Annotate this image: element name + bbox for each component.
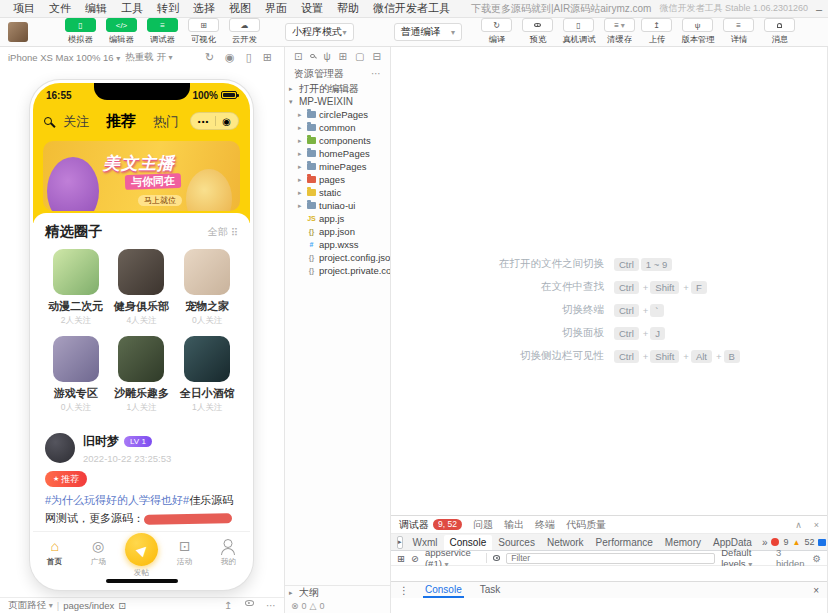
tree-item[interactable]: ▸ minePages — [285, 160, 390, 173]
eye-icon[interactable] — [245, 600, 255, 606]
console-sidebar-icon[interactable]: ⊞ — [397, 553, 405, 564]
tabbar-item[interactable]: ⌂ 首页 — [33, 537, 76, 568]
user-avatar[interactable] — [8, 22, 28, 42]
tree-item[interactable]: ▸ homePages — [285, 147, 390, 160]
extensions-icon[interactable]: ⊟ — [373, 51, 381, 62]
mode-toggle-button[interactable]: ⊞ 可视化 — [185, 18, 222, 46]
gear-icon[interactable]: ⚙ — [812, 553, 821, 564]
toolbar-right-button[interactable]: ψ 版本管理 — [679, 18, 716, 46]
multi-window-icon[interactable]: ⊞ — [263, 51, 272, 64]
toolbar-action-button[interactable]: ▯ 真机调试 — [560, 18, 597, 46]
tree-item[interactable]: ▸ static — [285, 186, 390, 199]
eye-icon[interactable] — [493, 555, 500, 561]
copy-icon[interactable]: ⊡ — [118, 600, 126, 611]
promo-banner[interactable]: 美文主播 与你同在 马上就位 — [43, 141, 240, 211]
phone-frame-icon[interactable]: ▯ — [246, 51, 252, 64]
error-dot-icon[interactable] — [771, 538, 779, 546]
devtools-tab[interactable]: Memory — [659, 535, 707, 550]
tree-item[interactable]: ▸ common — [285, 121, 390, 134]
nav-tab[interactable]: 推荐 — [106, 112, 136, 131]
more-icon[interactable]: ••• — [198, 117, 209, 126]
circle-card[interactable]: 沙雕乐趣多 1人关注 — [109, 336, 175, 414]
tab-overflow-icon[interactable]: » — [758, 537, 772, 548]
post-author[interactable]: 旧时梦 — [83, 433, 119, 450]
menu-item[interactable]: 转到 — [150, 1, 186, 16]
menu-item[interactable]: 编辑 — [78, 1, 114, 16]
tabbar-item[interactable]: ▶ 发帖 — [120, 537, 163, 579]
toolbar-right-button[interactable]: 消息 — [761, 18, 798, 46]
problems-row[interactable]: ⊗ 0 △ 0 — [285, 599, 390, 613]
post-hashtag[interactable]: #为什么玩得好的人学得也好# — [45, 494, 189, 506]
console-filter-input[interactable] — [506, 553, 715, 564]
debugger-tab[interactable]: 调试器 9, 52 — [399, 518, 462, 532]
tabbar-item[interactable]: ◎ 广场 — [76, 537, 119, 568]
circle-card[interactable]: 健身俱乐部 4人关注 — [109, 249, 175, 327]
refresh-icon[interactable]: ↻ — [205, 51, 214, 64]
mode-toggle-button[interactable]: </> 编辑器 — [103, 18, 140, 46]
miniapp-capsule[interactable]: ••• ◉ — [190, 112, 239, 130]
drawer-tab[interactable]: Task — [478, 582, 503, 598]
menu-item[interactable]: 界面 — [258, 1, 294, 16]
devtools-tab[interactable]: Performance — [590, 535, 659, 550]
inspect-element-icon[interactable]: ▸ — [397, 536, 403, 549]
toolbar-right-button[interactable]: ↥ 上传 — [638, 18, 675, 46]
source-control-icon[interactable]: ψ — [323, 51, 330, 62]
tabbar-item[interactable]: ⊡ 活动 — [163, 537, 206, 568]
search-icon[interactable] — [44, 117, 52, 125]
compile-select[interactable]: 普通编译 ▾ — [394, 23, 463, 41]
nav-tab[interactable]: 关注 — [63, 113, 89, 131]
tree-item[interactable]: {} project.config.json — [285, 251, 390, 264]
debugger-tab[interactable]: 代码质量 — [566, 518, 606, 532]
exit-target-icon[interactable]: ◉ — [222, 116, 231, 127]
explorer-section-header[interactable]: ▸ 打开的编辑器 — [285, 82, 390, 95]
menu-item[interactable]: 工具 — [114, 1, 150, 16]
tree-item[interactable]: ▸ tuniao-ui — [285, 199, 390, 212]
toolbar-action-button[interactable]: ↻ 编译 — [478, 18, 515, 46]
mode-toggle-button[interactable]: ≡ 调试器 — [144, 18, 181, 46]
circle-card[interactable]: 动漫二次元 2人关注 — [43, 249, 109, 327]
close-panel-icon[interactable]: × — [814, 520, 819, 530]
devtools-tab[interactable]: Network — [541, 535, 590, 550]
device-select[interactable]: iPhone XS Max 100% 16 ▾ — [8, 52, 120, 63]
explorer-section-header[interactable]: ▾ MP-WEIXIN — [285, 95, 390, 108]
kebab-menu-icon[interactable]: ⋮ — [399, 585, 409, 596]
warning-triangle-icon[interactable]: ▲ — [792, 538, 800, 547]
menu-item[interactable]: 视图 — [222, 1, 258, 16]
hot-reload-toggle[interactable]: 热重载 开 ▾ — [125, 51, 172, 64]
page-path-select[interactable]: 页面路径 ▾ — [8, 599, 53, 612]
share-icon[interactable]: ↥ — [224, 600, 232, 611]
see-all-link[interactable]: 全部⠿ — [208, 225, 238, 239]
toolbar-action-button[interactable]: 预览 — [519, 18, 556, 46]
tabbar-item[interactable]: 我的 — [207, 537, 250, 568]
menu-item[interactable]: 项目 — [6, 1, 42, 16]
debugger-tab[interactable]: 输出 — [504, 518, 524, 532]
close-drawer-icon[interactable]: × — [813, 585, 819, 596]
collapse-panel-icon[interactable]: ∧ — [795, 520, 802, 530]
more-icon[interactable]: ⋯ — [371, 68, 381, 79]
tree-item[interactable]: ▸ pages — [285, 173, 390, 186]
mode-toggle-button[interactable]: ☁ 云开发 — [226, 18, 263, 46]
split-editor-icon[interactable]: ⊞ — [339, 51, 347, 62]
outline-section[interactable]: ▸ 大纲 — [285, 586, 390, 599]
tree-item[interactable]: {} app.json — [285, 225, 390, 238]
post-avatar[interactable] — [45, 433, 75, 463]
circle-card[interactable]: 全日小酒馆 1人关注 — [174, 336, 240, 414]
search-icon[interactable] — [310, 54, 315, 59]
message-square-icon[interactable] — [818, 539, 826, 546]
record-icon[interactable]: ◉ — [225, 51, 235, 64]
debugger-tab[interactable]: 终端 — [535, 518, 555, 532]
mode-select[interactable]: 小程序模式 ▾ — [285, 23, 354, 41]
menu-item[interactable]: 选择 — [186, 1, 222, 16]
files-icon[interactable]: ⊡ — [294, 51, 302, 62]
tree-item[interactable]: # app.wxss — [285, 238, 390, 251]
tree-item[interactable]: ▸ circlePages — [285, 108, 390, 121]
post-card[interactable]: 旧时梦 LV 1 2022-10-22 23:25:53 ★ 推荐 — [33, 424, 250, 531]
tree-item[interactable]: {} project.private.config.js... — [285, 264, 390, 277]
minimize-icon[interactable]: – — [808, 0, 828, 17]
console-output[interactable] — [391, 566, 827, 581]
mode-toggle-button[interactable]: ▯ 模拟器 — [62, 18, 99, 46]
menu-item[interactable]: 帮助 — [330, 1, 366, 16]
toolbar-right-button[interactable]: ≡ 详情 — [720, 18, 757, 46]
tree-item[interactable]: ▸ components — [285, 134, 390, 147]
toolbar-action-button[interactable]: ≡▾ 清缓存 — [601, 18, 638, 46]
